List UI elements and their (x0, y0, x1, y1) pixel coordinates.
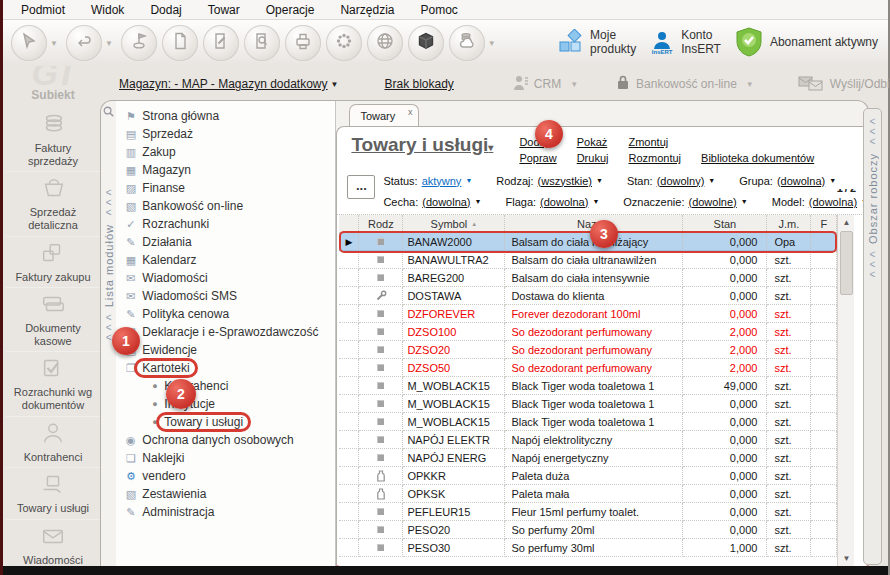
tree-item-ochrona-danych[interactable]: ◉Ochrona danych osobowych (122, 431, 335, 449)
action-rozmontuj[interactable]: Rozmontuj (628, 152, 681, 164)
column-header-Stan[interactable]: Stan (683, 215, 767, 233)
menu-item-1[interactable]: Widok (91, 3, 124, 17)
table-row-NAP-J-ENERG[interactable]: NAPÓJ ENERGNapój energetyczny0,000szt. (339, 449, 837, 467)
action-drukuj[interactable]: Drukuj (577, 152, 609, 164)
tree-item-naklejki[interactable]: ❏Naklejki (122, 449, 335, 467)
collapse-chevrons[interactable]: <<< (106, 188, 112, 218)
konto-insert-button[interactable]: InsERT KontoInsERT (650, 29, 721, 57)
filter-status[interactable]: Status:aktywny▼ (383, 175, 472, 187)
scroll-down-icon[interactable]: ▼ (842, 551, 850, 566)
scroll-up-icon[interactable]: ▲ (842, 215, 850, 230)
tree-item-administracja[interactable]: ✎Administracja (122, 503, 335, 521)
table-row-DZSO100[interactable]: DZSO100So dezodorant perfumowany2,000szt… (339, 323, 837, 341)
action-zmontuj[interactable]: Zmontuj (628, 136, 681, 148)
tab-towary[interactable]: Towary x (349, 104, 419, 128)
new-document-button[interactable] (162, 25, 198, 61)
filter-cecha[interactable]: Cecha:(dowolna)▼ (383, 196, 481, 208)
filter-flaga[interactable]: Flaga:(dowolna)▼ (505, 196, 599, 208)
tree-item-ewidencje[interactable]: ▤Ewidencje (122, 341, 335, 359)
dropdown-caret-icon[interactable]: ▼ (488, 39, 496, 48)
flag-button[interactable] (121, 25, 157, 61)
table-row-BAREG200[interactable]: BAREG200Balsam do ciała intensywnie0,000… (339, 269, 837, 287)
table-row-M-WOBLACK15[interactable]: M_WOBLACK15Black Tiger woda toaletowa 10… (339, 395, 837, 413)
table-row-DOSTAWA[interactable]: DOSTAWADostawa do klienta0,000szt. (339, 287, 837, 305)
menu-item-6[interactable]: Pomoc (420, 3, 457, 17)
filter-oznaczenie[interactable]: Oznaczenie:(dowolne)▼ (623, 196, 747, 208)
obszar-roboczy-strip[interactable]: <<< Obszar roboczy <<< (863, 108, 882, 565)
table-row-PESO20[interactable]: PESO20So perfumy 20ml0,000szt. (339, 521, 837, 539)
sidebar-item-rozrachunki-wg-dokumentow[interactable]: Rozrachunki wgdokumentów (6, 351, 100, 415)
edit-document-button[interactable] (203, 25, 239, 61)
tree-item-strona-glowna[interactable]: ⚑Strona główna (122, 107, 335, 125)
scrollbar-thumb[interactable] (840, 231, 853, 295)
table-row-M-WOBLACK15[interactable]: M_WOBLACK15Black Tiger woda toaletowa 10… (339, 413, 837, 431)
table-row-OPKSK[interactable]: OPKSKPaleta mała0,000szt. (339, 485, 837, 503)
abonament-status[interactable]: Abonament aktywny (735, 27, 878, 60)
refresh-spinner-button[interactable] (326, 25, 362, 61)
menu-item-0[interactable]: Podmiot (21, 3, 65, 17)
menu-item-3[interactable]: Towar (208, 3, 240, 17)
column-header-J.m.[interactable]: J.m. (767, 215, 811, 233)
tree-item-magazyn[interactable]: ▦Magazyn (122, 161, 335, 179)
tree-item-wiadomosci-sms[interactable]: ✉Wiadomości SMS (122, 287, 335, 305)
send-back-button[interactable] (66, 25, 102, 61)
column-header-F[interactable]: F (811, 215, 837, 233)
filter-rodzaj[interactable]: Rodzaj:(wszystkie)▼ (496, 175, 603, 187)
tree-item-wiadomosci[interactable]: ✉Wiadomości (122, 269, 335, 287)
column-header-pointer[interactable] (339, 215, 359, 233)
tree-item-kalendarz[interactable]: ▦Kalendarz (122, 251, 335, 269)
bankowosc-button[interactable]: Bankowość on-line▼ (616, 75, 754, 93)
table-scrollbar[interactable]: ▲ ▼ (837, 215, 854, 566)
more-filters-button[interactable]: ... (347, 175, 375, 199)
globe-button[interactable] (367, 25, 403, 61)
table-row-DZSO50[interactable]: DZSO50So dezodorant perfumowany2,000szt. (339, 359, 837, 377)
blokada-link[interactable]: Brak blokady (384, 77, 453, 91)
tree-item-kartoteki[interactable]: ❐Kartoteki (122, 359, 335, 377)
table-row-OPKKR[interactable]: OPKKRPaleta duża0,000szt. (339, 467, 837, 485)
table-row-NAP-J-ELEKTR[interactable]: NAPÓJ ELEKTRNapój elektrolityczny0,000sz… (339, 431, 837, 449)
tree-item-zestawienia[interactable]: ▧Zestawienia (122, 485, 335, 503)
table-row-PESO30[interactable]: PESO30So perfumy 30ml1,000szt. (339, 539, 837, 557)
crm-button[interactable]: CRM▼ (512, 75, 578, 94)
cloud-database-button[interactable] (449, 25, 485, 61)
table-row-M-WOBLACK15[interactable]: M_WOBLACK15Black Tiger woda toaletowa 14… (339, 377, 837, 395)
action-popraw[interactable]: Popraw (519, 152, 556, 164)
preview-document-button[interactable] (244, 25, 280, 61)
tree-item-zakup[interactable]: ▥Zakup (122, 143, 335, 161)
action-poka-[interactable]: Pokaż (577, 136, 609, 148)
filter-grupa[interactable]: Grupa:(dowolna)▼ (739, 175, 836, 187)
tree-item-bankowosc-on-line[interactable]: ▧Bankowość on-line (122, 197, 335, 215)
print-button[interactable] (285, 25, 321, 61)
menu-item-5[interactable]: Narzędzia (340, 3, 394, 17)
tree-item-instytucje[interactable]: ●Instytucje (122, 395, 335, 413)
tree-item-sprzedaz[interactable]: ▤Sprzedaż (122, 125, 335, 143)
table-row-BANAW2000[interactable]: ▶BANAW2000Balsam do ciała nawilżający0,0… (339, 233, 837, 251)
column-header-Rodz[interactable]: Rodz (359, 215, 403, 233)
filter-stan[interactable]: Stan:(dowolny)▼ (627, 175, 715, 187)
tree-item-towary-i-uslugi[interactable]: ●Towary i usługi (122, 413, 335, 431)
magazyn-selector[interactable]: Magazyn: - MAP - Magazyn dodatkowy (119, 77, 328, 91)
table-row-DZSO20[interactable]: DZSO20So dezodorant perfumowany2,000szt. (339, 341, 837, 359)
collapse-chevrons[interactable]: <<< (106, 313, 112, 343)
table-row-BANAWULTRA2[interactable]: BANAWULTRA2Balsam do ciała ultranawilżen… (339, 251, 837, 269)
dropdown-caret-icon[interactable]: ▼ (50, 39, 58, 48)
table-row-DZFOREVER[interactable]: DZFOREVERForever dezodorant 100ml0,000sz… (339, 305, 837, 323)
table-row-PEFLEUR15[interactable]: PEFLEUR15Fleur 15ml perfumy toalet.0,000… (339, 503, 837, 521)
sidebar-item-sprzedaz-detaliczna[interactable]: Sprzedażdetaliczna (6, 171, 100, 235)
action-biblioteka-dokument-w[interactable]: Biblioteka dokumentów (701, 152, 814, 164)
tree-item-deklaracje[interactable]: ❏Deklaracje i e-Sprawozdawczość (122, 323, 335, 341)
menu-item-4[interactable]: Operacje (266, 3, 315, 17)
tree-item-polityka-cenowa[interactable]: ✎Polityka cenowa (122, 305, 335, 323)
collapse-chevrons[interactable]: <<< (870, 250, 876, 280)
menu-item-2[interactable]: Dodaj (150, 3, 181, 17)
tree-item-dzialania[interactable]: ✎Działania (122, 233, 335, 251)
sidebar-item-faktury-sprzedazy[interactable]: Fakturysprzedaży (6, 108, 100, 171)
wyslij-odbierz-button[interactable]: Wyślij/Odbierz▼ (798, 75, 890, 94)
column-header-Symbol[interactable]: Symbol▲ (403, 215, 505, 233)
moje-produkty-button[interactable]: Mojeprodukty (557, 29, 636, 58)
sidebar-item-dokumenty-kasowe[interactable]: Dokumentykasowe (6, 287, 100, 351)
cube-button[interactable] (408, 25, 444, 61)
sidebar-item-faktury-zakupu[interactable]: Faktury zakupu (6, 236, 100, 288)
tab-close-icon[interactable]: x (408, 107, 413, 117)
tree-item-vendero[interactable]: ⚙vendero (122, 467, 335, 485)
